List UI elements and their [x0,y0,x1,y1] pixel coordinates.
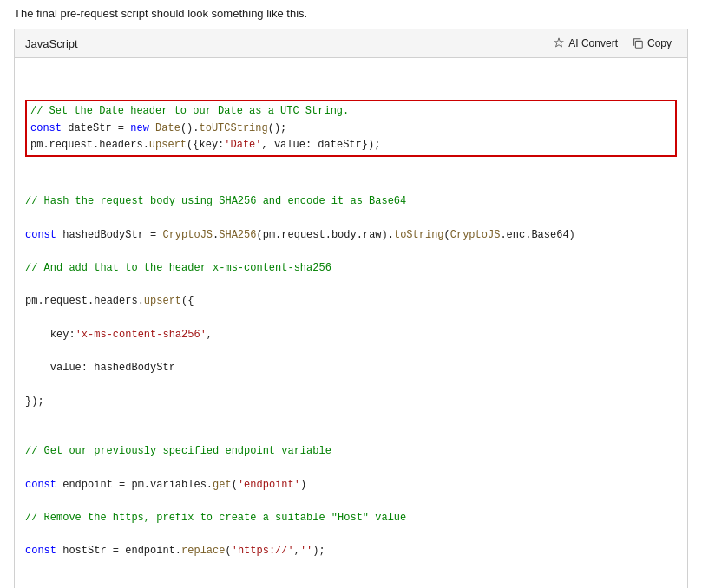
code-container: JavaScript AI Convert Copy // Set the Da… [14,29,688,588]
code-body: // Set the Date header to our Date as a … [15,58,687,588]
toolbar-buttons: AI Convert Copy [548,35,677,52]
copy-icon [632,37,644,49]
code-toolbar: JavaScript AI Convert Copy [15,29,687,58]
copy-button[interactable]: Copy [627,35,677,52]
code-language: JavaScript [25,37,78,50]
ai-icon [553,37,565,49]
ai-convert-button[interactable]: AI Convert [548,35,623,52]
intro-text: The final pre-request script should look… [0,0,702,29]
svg-rect-0 [635,41,642,48]
highlighted-top-section: // Set the Date header to our Date as a … [25,100,677,157]
